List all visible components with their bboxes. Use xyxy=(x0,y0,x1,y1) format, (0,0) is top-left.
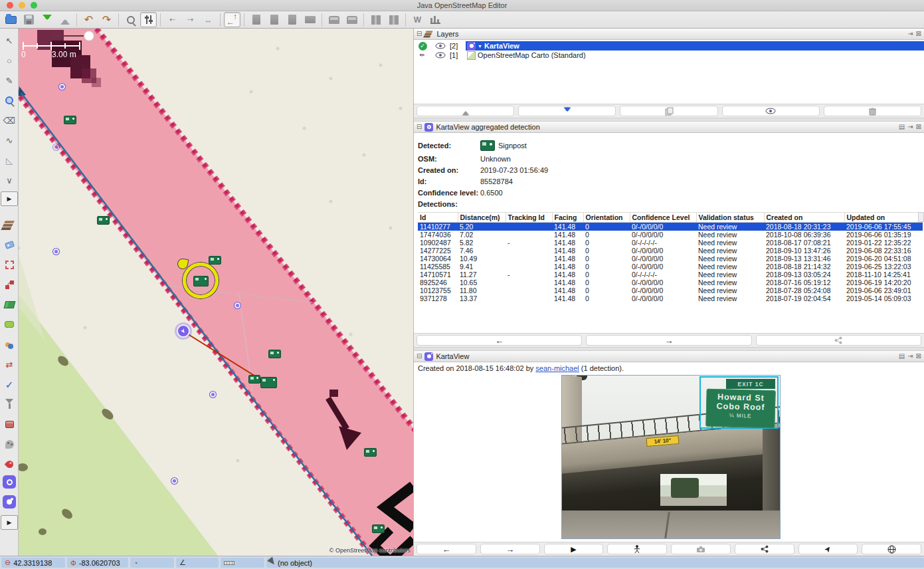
detection-row[interactable]: 174740367.02141.4800/-/0/0/0/0Need revie… xyxy=(418,231,923,239)
column-header[interactable]: Created on xyxy=(764,213,844,223)
play-sequence-button[interactable]: ▶ xyxy=(544,544,604,554)
save-button[interactable] xyxy=(21,12,37,27)
selected-signpost-marker[interactable] xyxy=(193,276,209,286)
building-tool-button-3[interactable] xyxy=(284,12,300,27)
detection-row[interactable]: 1471057111.27-141.4800/-/-/-/-/-Need rev… xyxy=(418,271,923,279)
detection-row[interactable]: 142772257.46141.4800/-/0/0/0/0Need revie… xyxy=(418,247,923,255)
close-panel-icon[interactable]: ⊠ xyxy=(916,31,921,37)
image-node-marker[interactable] xyxy=(59,84,65,90)
distribute-nodes-button-2[interactable]: ⇢ xyxy=(182,12,199,27)
tags-dialog-toggle[interactable] xyxy=(1,236,18,253)
duplicate-layer-button[interactable] xyxy=(620,106,717,116)
image-node-marker[interactable] xyxy=(234,302,240,308)
download-data-button[interactable] xyxy=(39,12,55,27)
detections-table[interactable]: IdDistance(m)Tracking IdFacingOrientatio… xyxy=(418,212,923,302)
close-panel-icon[interactable]: ⊠ xyxy=(916,353,921,360)
signpost-marker[interactable] xyxy=(260,377,277,388)
column-header[interactable]: Distance(m) xyxy=(458,213,506,223)
undo-button[interactable]: ↶ xyxy=(80,12,97,27)
expand-dialogs-button[interactable]: ▶ xyxy=(1,515,18,530)
column-header[interactable]: Facing xyxy=(552,213,583,223)
distribute-nodes-button-1[interactable]: ⇠ xyxy=(164,12,181,27)
collapse-panel-icon[interactable]: ⊟ xyxy=(416,353,422,360)
layer-visibility-icon[interactable] xyxy=(431,43,450,49)
preferences-button[interactable] xyxy=(140,12,157,27)
conflicts-dialog-toggle[interactable]: ⇄ xyxy=(1,356,18,373)
previous-detection-button[interactable]: ← xyxy=(416,335,582,346)
mappaint-dialog-toggle[interactable] xyxy=(1,435,18,453)
column-header[interactable]: Id xyxy=(418,213,458,223)
detection-row[interactable]: 892524610.65141.4800/-/0/0/0/0Need revie… xyxy=(418,279,923,286)
signpost-marker[interactable] xyxy=(248,375,260,384)
zoom-tool[interactable] xyxy=(1,92,18,109)
redo-button[interactable]: ↷ xyxy=(98,12,115,27)
detection-row[interactable]: 109024875.82-141.4800/-/-/-/-/-Need revi… xyxy=(418,239,923,247)
spread-nodes-button[interactable]: ↔ xyxy=(200,12,217,27)
detection-row[interactable]: 1012375511.80141.4800/-/0/0/0/0Need revi… xyxy=(418,286,923,294)
detach-panel-icon[interactable]: ▤ xyxy=(899,124,905,130)
map-canvas[interactable]: 0 3.00 m xyxy=(19,29,413,556)
filter-dialog-toggle[interactable] xyxy=(1,396,18,413)
column-header[interactable]: Tracking Id xyxy=(506,213,552,223)
column-header[interactable]: Confidence Level xyxy=(630,213,696,223)
image-node-marker[interactable] xyxy=(210,392,216,398)
center-location-button[interactable]: ➤ xyxy=(798,544,858,554)
delete-tool[interactable]: ⌫ xyxy=(1,112,18,129)
vehicle-tool-button-2[interactable] xyxy=(343,12,360,27)
move-layer-up-button[interactable] xyxy=(416,106,514,116)
signpost-marker[interactable] xyxy=(372,524,385,533)
collapse-panel-icon[interactable]: ⊟ xyxy=(416,31,422,37)
open-web-page-button[interactable] xyxy=(862,544,921,554)
building-tool-button-4[interactable] xyxy=(302,12,318,27)
w-plugin-button[interactable]: W xyxy=(409,12,426,27)
dock-panel-icon[interactable]: ⇥ xyxy=(907,353,913,360)
signpost-marker[interactable] xyxy=(64,116,76,124)
notes-dialog-toggle[interactable] xyxy=(1,316,18,333)
signpost-marker[interactable] xyxy=(364,448,377,457)
next-detection-button[interactable]: → xyxy=(586,335,751,346)
collapse-panel-icon[interactable]: ⊟ xyxy=(416,124,422,130)
authors-dialog-toggle[interactable] xyxy=(1,336,18,353)
column-header[interactable]: Updated on xyxy=(844,213,923,223)
parallel-way-tool[interactable]: ∿ xyxy=(1,132,18,149)
next-image-button[interactable]: → xyxy=(480,544,540,554)
minimap-dialog-toggle[interactable] xyxy=(1,296,18,313)
signpost-marker[interactable] xyxy=(268,350,281,358)
layer-row[interactable]: ✎[1]OpenStreetMap Carto (Standard) xyxy=(414,51,924,60)
image-node-marker[interactable] xyxy=(171,478,177,484)
delete-layer-button[interactable] xyxy=(824,106,921,116)
relations-dialog-toggle[interactable] xyxy=(1,276,18,293)
detection-row[interactable]: 1473006410.49141.4800/-/0/0/0/0Need revi… xyxy=(418,255,923,263)
street-photo[interactable]: 14' 10" EXIT 1C Howard St Cobo Roof ¼ MI… xyxy=(562,376,780,538)
dock-panel-icon[interactable]: ⇥ xyxy=(907,31,913,37)
zoom-to-selection-button[interactable] xyxy=(122,12,139,27)
share-detection-button[interactable] xyxy=(756,335,921,346)
detach-panel-icon[interactable]: ▤ xyxy=(899,353,905,360)
lasso-tool[interactable]: ○ xyxy=(1,52,18,69)
select-move-tool[interactable]: ↖ xyxy=(1,32,18,49)
validator-dialog-toggle[interactable]: ✓ xyxy=(1,376,18,393)
share-image-button[interactable] xyxy=(735,544,794,554)
detection-bounding-box[interactable]: EXIT 1C Howard St Cobo Roof ¼ MILE xyxy=(699,376,779,429)
column-header[interactable]: Validation status xyxy=(696,213,764,223)
vehicle-tool-button-1[interactable] xyxy=(325,12,342,27)
histogram-plugin-button[interactable] xyxy=(427,12,444,27)
open-file-button[interactable] xyxy=(3,12,19,27)
detection-row[interactable]: 114255859.41141.4800/-/0/0/0/0Need revie… xyxy=(418,263,923,271)
image-node-marker[interactable] xyxy=(53,144,59,150)
move-node-button[interactable] xyxy=(224,12,240,27)
previous-image-button[interactable]: ← xyxy=(416,544,476,554)
kartaview-images-dialog-toggle[interactable] xyxy=(1,493,18,511)
draw-nodes-tool[interactable]: ✎ xyxy=(1,72,18,89)
detection-row[interactable]: 114102775.20141.4800/-/0/0/0/0Need revie… xyxy=(418,223,923,231)
image-node-marker[interactable] xyxy=(53,249,59,255)
column-tool-button-1[interactable] xyxy=(367,12,384,27)
column-tool-button-2[interactable] xyxy=(385,12,402,27)
move-layer-down-button[interactable] xyxy=(518,106,616,116)
toggle-layer-visibility-button[interactable] xyxy=(722,106,820,116)
column-header[interactable]: Orientation xyxy=(583,213,630,223)
signpost-marker[interactable] xyxy=(209,256,221,265)
improve-accuracy-tool[interactable]: ◺ xyxy=(1,152,18,169)
note-pin-dialog-toggle[interactable] xyxy=(1,455,18,473)
camera-position-marker[interactable] xyxy=(177,324,190,338)
